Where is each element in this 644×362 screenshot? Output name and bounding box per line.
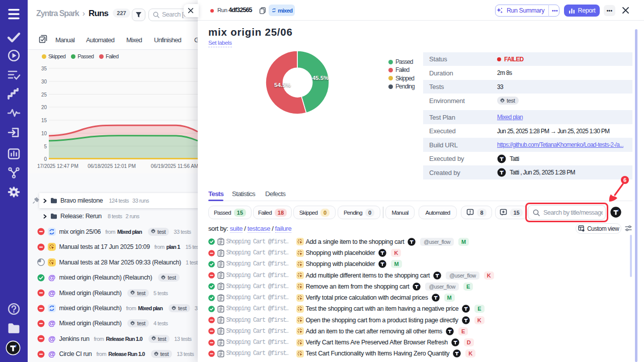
svg-text:0: 0: [44, 156, 47, 162]
svg-text:06/18/2025 12:01 PM: 06/18/2025 12:01 PM: [88, 163, 136, 169]
svg-text:@: @: [48, 319, 55, 327]
svg-text:@: @: [48, 350, 55, 358]
svg-text:30: 30: [41, 79, 47, 84]
svg-text:17/2025 12:47 PM: 17/2025 12:47 PM: [37, 163, 78, 169]
svg-text:@: @: [48, 335, 55, 343]
svg-text:15: 15: [41, 118, 47, 123]
svg-text:@: @: [48, 274, 55, 282]
svg-text:06/19/2025 11:56 AM: 06/19/2025 11:56 AM: [151, 163, 198, 169]
svg-text:5: 5: [44, 144, 47, 149]
svg-text:20: 20: [41, 105, 47, 110]
svg-text:10: 10: [41, 131, 47, 136]
svg-text:35: 35: [41, 66, 47, 71]
svg-text:45.5%: 45.5%: [312, 75, 329, 81]
svg-text:@: @: [48, 289, 55, 297]
svg-text:54.5%: 54.5%: [274, 82, 291, 88]
svg-text:25: 25: [41, 92, 47, 98]
